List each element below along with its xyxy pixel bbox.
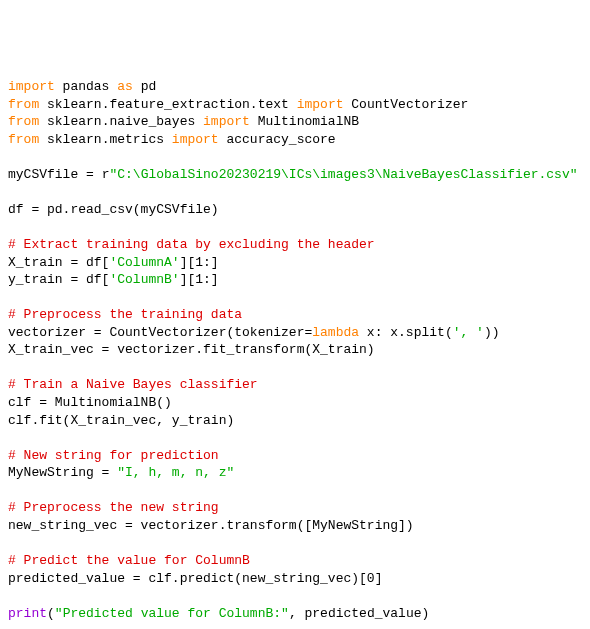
- token: "I, h, m, n, z": [117, 465, 234, 480]
- code-line: # Predict the value for ColumnB: [8, 552, 582, 570]
- token: 'ColumnA': [109, 255, 179, 270]
- code-line: print("Predicted value for ColumnB:", pr…: [8, 605, 582, 623]
- comment-text: # Preprocess the new string: [8, 500, 219, 515]
- token: from: [8, 132, 39, 147]
- token: (: [47, 606, 55, 621]
- token: MyNewString =: [8, 465, 117, 480]
- token: predicted_value = clf.predict(new_string…: [8, 571, 382, 586]
- code-line: clf = MultinomialNB(): [8, 394, 582, 412]
- token: clf.fit(X_train_vec, y_train): [8, 413, 234, 428]
- token: import: [203, 114, 250, 129]
- comment-text: # New string for prediction: [8, 448, 219, 463]
- code-line: from sklearn.metrics import accuracy_sco…: [8, 131, 582, 149]
- code-line: vectorizer = CountVectorizer(tokenizer=l…: [8, 324, 582, 342]
- code-line: X_train_vec = vectorizer.fit_transform(X…: [8, 341, 582, 359]
- code-line: [8, 148, 582, 166]
- token: ][1:]: [180, 255, 219, 270]
- code-block: import pandas as pdfrom sklearn.feature_…: [8, 78, 582, 629]
- code-line: import pandas as pd: [8, 78, 582, 96]
- code-line: [8, 183, 582, 201]
- code-line: [8, 289, 582, 307]
- token: X_train_vec = vectorizer.fit_transform(X…: [8, 342, 375, 357]
- token: CountVectorizer: [343, 97, 468, 112]
- token: lambda: [312, 325, 359, 340]
- token: sklearn.feature_extraction.text: [39, 97, 296, 112]
- token: df = pd.read_csv(myCSVfile): [8, 202, 219, 217]
- code-line: clf.fit(X_train_vec, y_train): [8, 412, 582, 430]
- token: from: [8, 114, 39, 129]
- token: pandas: [55, 79, 117, 94]
- token: import: [297, 97, 344, 112]
- code-line: # Preprocess the training data: [8, 306, 582, 324]
- comment-text: # Predict the value for ColumnB: [8, 553, 250, 568]
- token: 'ColumnB': [109, 272, 179, 287]
- code-line: df = pd.read_csv(myCSVfile): [8, 201, 582, 219]
- comment-text: # Train a Naive Bayes classifier: [8, 377, 258, 392]
- code-line: [8, 429, 582, 447]
- comment-text: # Extract training data by excluding the…: [8, 237, 375, 252]
- token: sklearn.metrics: [39, 132, 172, 147]
- token: accuracy_score: [219, 132, 336, 147]
- token: clf = MultinomialNB(): [8, 395, 172, 410]
- token: )): [484, 325, 500, 340]
- token: X_train = df[: [8, 255, 109, 270]
- code-line: new_string_vec = vectorizer.transform([M…: [8, 517, 582, 535]
- token: MultinomialNB: [250, 114, 359, 129]
- token: ', ': [453, 325, 484, 340]
- code-line: # New string for prediction: [8, 447, 582, 465]
- token: from: [8, 97, 39, 112]
- token: , predicted_value): [289, 606, 429, 621]
- token: sklearn.naive_bayes: [39, 114, 203, 129]
- token: as: [117, 79, 133, 94]
- token: new_string_vec = vectorizer.transform([M…: [8, 518, 414, 533]
- token: import: [8, 79, 55, 94]
- token: y_train = df[: [8, 272, 109, 287]
- code-line: [8, 219, 582, 237]
- code-line: [8, 482, 582, 500]
- code-line: predicted_value = clf.predict(new_string…: [8, 570, 582, 588]
- token: "Predicted value for ColumnB:": [55, 606, 289, 621]
- code-line: # Train a Naive Bayes classifier: [8, 376, 582, 394]
- code-line: [8, 587, 582, 605]
- code-line: # Preprocess the new string: [8, 499, 582, 517]
- token: x: x.split(: [359, 325, 453, 340]
- code-line: X_train = df['ColumnA'][1:]: [8, 254, 582, 272]
- code-line: myCSVfile = r"C:\GlobalSino20230219\ICs\…: [8, 166, 582, 184]
- token: myCSVfile =: [8, 167, 102, 182]
- code-line: [8, 534, 582, 552]
- token: "C:\GlobalSino20230219\ICs\images3\Naive…: [109, 167, 577, 182]
- token: pd: [133, 79, 156, 94]
- token: import: [172, 132, 219, 147]
- token: vectorizer = CountVectorizer(tokenizer=: [8, 325, 312, 340]
- code-line: from sklearn.naive_bayes import Multinom…: [8, 113, 582, 131]
- code-line: [8, 622, 582, 629]
- code-line: # Extract training data by excluding the…: [8, 236, 582, 254]
- token: ][1:]: [180, 272, 219, 287]
- token: print: [8, 606, 47, 621]
- code-line: MyNewString = "I, h, m, n, z": [8, 464, 582, 482]
- code-line: [8, 359, 582, 377]
- code-line: y_train = df['ColumnB'][1:]: [8, 271, 582, 289]
- comment-text: # Preprocess the training data: [8, 307, 242, 322]
- code-line: from sklearn.feature_extraction.text imp…: [8, 96, 582, 114]
